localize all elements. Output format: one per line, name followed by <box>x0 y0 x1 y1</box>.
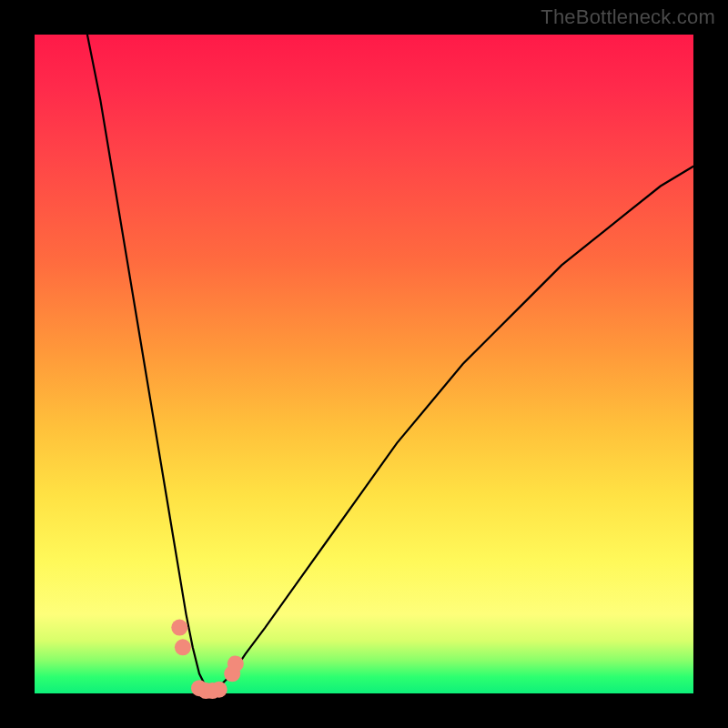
chart-stage: TheBottleneck.com <box>0 0 728 728</box>
curve-svg <box>35 35 693 693</box>
plot-area <box>35 35 693 693</box>
data-marker <box>211 682 228 698</box>
marker-group <box>171 620 244 700</box>
watermark-text: TheBottleneck.com <box>541 5 715 29</box>
data-marker <box>171 620 187 636</box>
data-marker <box>228 655 244 672</box>
data-marker <box>175 639 191 655</box>
curve-left-branch <box>87 35 213 693</box>
curve-right-branch <box>212 167 693 693</box>
